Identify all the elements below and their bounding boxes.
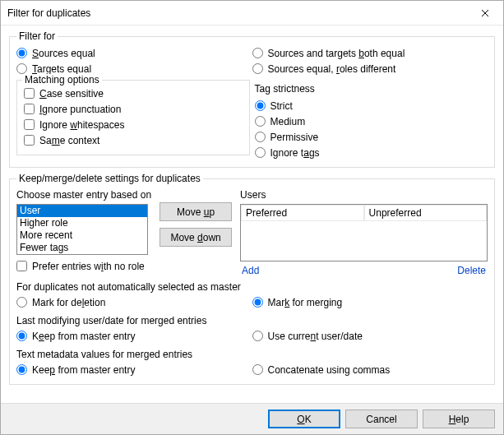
list-item[interactable]: Fewer tags xyxy=(17,242,147,254)
users-label: Users xyxy=(240,189,488,201)
dialog-window: Filter for duplicates Filter for Sources… xyxy=(0,0,504,435)
matching-options-legend: Matching options xyxy=(22,74,102,86)
not-master-label: For duplicates not automatically selecte… xyxy=(16,281,488,293)
tag-strictness-label: Tag strictness xyxy=(255,83,488,95)
check-ignore-whitespaces[interactable]: Ignore whitespaces xyxy=(24,117,243,132)
radio-ignore-tags[interactable]: Ignore tags xyxy=(255,145,488,160)
dup-settings-legend: Keep/merge/delete settings for duplicate… xyxy=(16,173,203,184)
matching-options-group: Matching options Case sensitive Ignore p… xyxy=(16,80,250,155)
radio-permissive[interactable]: Permissive xyxy=(255,129,488,145)
ok-button[interactable]: OK xyxy=(268,410,340,428)
dialog-content: Filter for Sources equal Targets equal xyxy=(1,25,503,403)
choose-master-label: Choose master entry based on xyxy=(16,189,151,201)
users-table[interactable]: Preferred Unpreferred xyxy=(240,204,488,261)
list-item[interactable]: More recent xyxy=(17,229,147,242)
radio-keep-master-meta[interactable]: Keep from master entry xyxy=(16,362,252,377)
close-icon xyxy=(481,9,489,17)
check-same-context[interactable]: Same context xyxy=(24,132,243,148)
check-ignore-punctuation[interactable]: Ignore punctuation xyxy=(24,101,243,117)
radio-sources-equal[interactable]: Sources equal xyxy=(16,45,252,61)
radio-strict[interactable]: Strict xyxy=(255,98,488,113)
text-meta-label: Text metadata values for merged entries xyxy=(16,349,488,360)
check-case-sensitive[interactable]: Case sensitive xyxy=(24,86,243,101)
radio-roles-different[interactable]: Sources equal, roles different xyxy=(252,61,488,76)
check-prefer-no-role[interactable]: Prefer entries with no role xyxy=(16,258,151,274)
radio-mark-deletion[interactable]: Mark for deletion xyxy=(16,294,252,310)
master-listbox[interactable]: User Higher role More recent Fewer tags xyxy=(16,204,148,255)
last-mod-label: Last modifying user/date for merged entr… xyxy=(16,315,488,326)
close-button[interactable] xyxy=(466,1,503,25)
move-down-button[interactable]: Move down xyxy=(160,228,232,247)
cancel-button[interactable]: Cancel xyxy=(345,410,418,428)
radio-use-current-date[interactable]: Use current user/date xyxy=(252,328,488,344)
delete-link[interactable]: Delete xyxy=(457,265,486,276)
users-header-unpreferred[interactable]: Unpreferred xyxy=(364,205,487,221)
list-item[interactable]: User xyxy=(17,205,147,217)
dialog-footer: OK Cancel Help xyxy=(1,403,503,434)
radio-keep-master-date[interactable]: Keep from master entry xyxy=(16,328,252,344)
radio-both-equal[interactable]: Sources and targets both equal xyxy=(252,45,488,61)
dup-settings-group: Keep/merge/delete settings for duplicate… xyxy=(9,173,495,385)
radio-medium[interactable]: Medium xyxy=(255,113,488,129)
filter-for-legend: Filter for xyxy=(16,30,58,42)
radio-mark-merging[interactable]: Mark for merging xyxy=(252,294,488,310)
move-up-button[interactable]: Move up xyxy=(160,202,232,221)
users-header-preferred[interactable]: Preferred xyxy=(241,205,363,221)
titlebar: Filter for duplicates xyxy=(1,1,503,25)
window-title: Filter for duplicates xyxy=(7,7,466,19)
radio-concat-meta[interactable]: Concatenate using commas xyxy=(252,362,488,377)
filter-for-group: Filter for Sources equal Targets equal xyxy=(9,30,495,168)
add-link[interactable]: Add xyxy=(242,265,259,276)
help-button[interactable]: Help xyxy=(423,410,495,428)
list-item[interactable]: Higher role xyxy=(17,217,147,229)
